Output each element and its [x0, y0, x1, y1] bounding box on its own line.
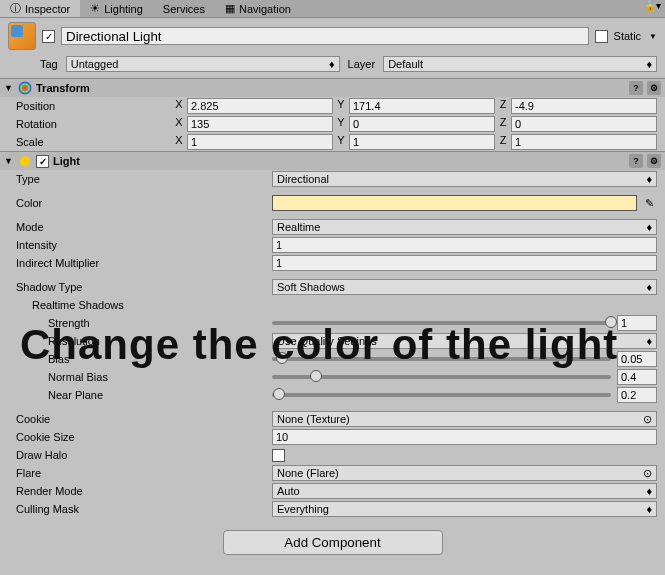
normal-bias-slider[interactable] — [272, 375, 611, 379]
light-header[interactable]: ▼ Light ? ⚙ — [0, 152, 665, 170]
object-picker-icon[interactable]: ⊙ — [643, 467, 652, 480]
active-checkbox[interactable] — [42, 30, 55, 43]
intensity-label: Intensity — [8, 239, 268, 251]
draw-halo-checkbox[interactable] — [272, 449, 285, 462]
object-picker-icon[interactable]: ⊙ — [643, 413, 652, 426]
scale-y-input[interactable] — [349, 134, 495, 150]
flare-field[interactable]: None (Flare)⊙ — [272, 465, 657, 481]
intensity-input[interactable] — [272, 237, 657, 253]
dropdown-value: Everything — [277, 503, 329, 515]
tab-navigation[interactable]: ▦Navigation — [215, 0, 301, 17]
normal-bias-value[interactable] — [617, 369, 657, 385]
realtime-shadows-label: Realtime Shadows — [8, 299, 268, 311]
help-icon[interactable]: ? — [629, 154, 643, 168]
chevron-icon: ♦ — [646, 503, 652, 515]
tag-layer-row: Tag Untagged♦ Layer Default♦ — [0, 54, 665, 78]
mode-label: Mode — [8, 221, 268, 233]
resolution-dropdown[interactable]: Use Quality Settings♦ — [272, 333, 657, 349]
foldout-icon[interactable]: ▼ — [4, 156, 14, 166]
gear-icon[interactable]: ⚙ — [647, 154, 661, 168]
x-label: X — [173, 116, 185, 132]
gameobject-icon[interactable] — [8, 22, 36, 50]
cookie-field[interactable]: None (Texture)⊙ — [272, 411, 657, 427]
strength-slider[interactable] — [272, 321, 611, 325]
scale-x-input[interactable] — [187, 134, 333, 150]
scale-z-input[interactable] — [511, 134, 657, 150]
strength-value[interactable] — [617, 315, 657, 331]
near-plane-value[interactable] — [617, 387, 657, 403]
position-z-input[interactable] — [511, 98, 657, 114]
foldout-icon[interactable]: ▼ — [4, 83, 14, 93]
layer-dropdown[interactable]: Default♦ — [383, 56, 657, 72]
mode-dropdown[interactable]: Realtime♦ — [272, 219, 657, 235]
color-label: Color — [8, 197, 268, 209]
culling-mask-label: Culling Mask — [8, 503, 268, 515]
tag-dropdown[interactable]: Untagged♦ — [66, 56, 340, 72]
culling-mask-dropdown[interactable]: Everything♦ — [272, 501, 657, 517]
render-mode-label: Render Mode — [8, 485, 268, 497]
chevron-icon: ♦ — [646, 335, 652, 347]
scale-label: Scale — [8, 136, 169, 148]
transform-component: ▼ Transform ? ⚙ Position X Y Z Rotation … — [0, 78, 665, 151]
position-x-input[interactable] — [187, 98, 333, 114]
component-title: Transform — [36, 82, 625, 94]
position-label: Position — [8, 100, 169, 112]
z-label: Z — [497, 116, 509, 132]
chevron-icon: ♦ — [646, 281, 652, 293]
type-label: Type — [8, 173, 268, 185]
x-label: X — [173, 134, 185, 150]
near-plane-slider[interactable] — [272, 393, 611, 397]
tab-lighting[interactable]: ☀Lighting — [80, 0, 153, 17]
cookie-size-label: Cookie Size — [8, 431, 268, 443]
static-checkbox[interactable] — [595, 30, 608, 43]
chevron-icon: ♦ — [646, 173, 652, 185]
light-enabled-checkbox[interactable] — [36, 155, 49, 168]
transform-header[interactable]: ▼ Transform ? ⚙ — [0, 79, 665, 97]
bias-value[interactable] — [617, 351, 657, 367]
add-component-button[interactable]: Add Component — [223, 530, 443, 555]
nav-icon: ▦ — [225, 2, 235, 15]
color-swatch[interactable] — [272, 195, 637, 211]
light-icon — [18, 154, 32, 168]
tab-services[interactable]: Services — [153, 0, 215, 17]
bias-slider[interactable] — [272, 357, 611, 361]
flare-label: Flare — [8, 467, 268, 479]
info-icon: ⓘ — [10, 1, 21, 16]
gear-icon[interactable]: ⚙ — [647, 81, 661, 95]
near-plane-label: Near Plane — [8, 389, 268, 401]
tab-inspector[interactable]: ⓘInspector — [0, 0, 80, 17]
rotation-x-input[interactable] — [187, 116, 333, 132]
tab-label: Inspector — [25, 3, 70, 15]
cookie-size-input[interactable] — [272, 429, 657, 445]
position-y-input[interactable] — [349, 98, 495, 114]
object-name-input[interactable] — [61, 27, 589, 45]
dropdown-value: Use Quality Settings — [277, 335, 377, 347]
indirect-label: Indirect Multiplier — [8, 257, 268, 269]
y-label: Y — [335, 116, 347, 132]
tab-label: Lighting — [104, 3, 143, 15]
tab-label: Navigation — [239, 3, 291, 15]
shadow-type-dropdown[interactable]: Soft Shadows♦ — [272, 279, 657, 295]
z-label: Z — [497, 134, 509, 150]
y-label: Y — [335, 134, 347, 150]
indirect-input[interactable] — [272, 255, 657, 271]
render-mode-dropdown[interactable]: Auto♦ — [272, 483, 657, 499]
lock-icon[interactable]: 🔒▾ — [644, 0, 665, 17]
eyedropper-icon[interactable]: ✎ — [641, 195, 657, 211]
normal-bias-label: Normal Bias — [8, 371, 268, 383]
transform-icon — [18, 81, 32, 95]
sun-icon: ☀ — [90, 2, 100, 15]
static-dropdown-arrow[interactable]: ▼ — [649, 32, 657, 41]
dropdown-value: Directional — [277, 173, 329, 185]
dropdown-value: Realtime — [277, 221, 320, 233]
rotation-y-input[interactable] — [349, 116, 495, 132]
chevron-icon: ♦ — [646, 58, 652, 70]
help-icon[interactable]: ? — [629, 81, 643, 95]
rotation-label: Rotation — [8, 118, 169, 130]
dropdown-value: Soft Shadows — [277, 281, 345, 293]
component-title: Light — [53, 155, 625, 167]
rotation-z-input[interactable] — [511, 116, 657, 132]
field-value: None (Texture) — [277, 413, 350, 425]
type-dropdown[interactable]: Directional♦ — [272, 171, 657, 187]
draw-halo-label: Draw Halo — [8, 449, 268, 461]
